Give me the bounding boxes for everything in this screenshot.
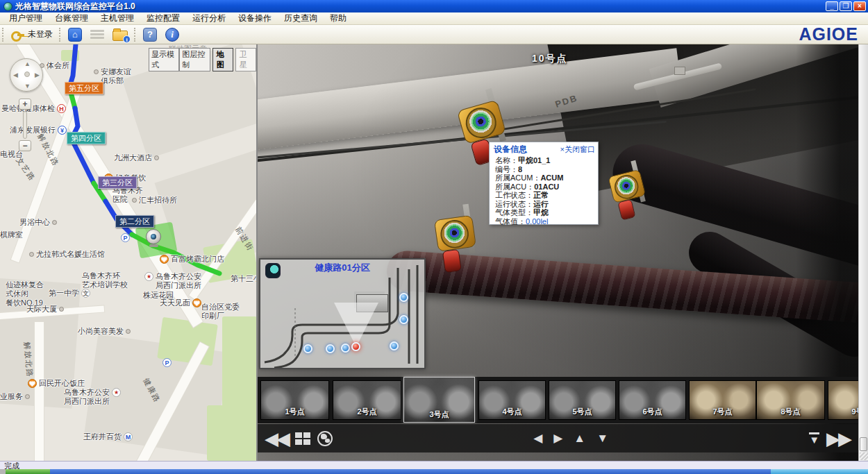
zone-badge[interactable]: 第四分区 [67,132,106,144]
pan-right-icon[interactable]: ▶ [553,432,562,445]
window-title: 光格智慧物联网综合监控平台1.0 [15,1,824,12]
pan-down-icon[interactable]: ▼ [24,83,31,90]
thumbnail[interactable]: 7号点 [689,380,756,420]
thumbnail[interactable]: 5号点 [549,380,616,420]
menu-item[interactable]: 用户管理 [3,12,49,24]
home-button[interactable]: ⌂ [64,26,86,43]
records-button[interactable]: i [108,27,132,42]
map-poi: Ψ百富烤霸北门店 [160,255,224,264]
maximize-button[interactable]: ❐ [840,1,852,11]
schematic-device-dot[interactable] [390,341,399,350]
schematic-view-cone [334,303,378,347]
menu-item[interactable]: 设备操作 [232,12,278,24]
close-button[interactable]: × [853,1,866,11]
tab-map[interactable]: 地图 [212,48,233,71]
globe-icon[interactable] [317,431,333,446]
thumbnail[interactable]: 8号点 [756,380,825,420]
page-first-icon[interactable]: ◀◀ [265,430,288,448]
layer-control-button[interactable]: 图层控制 [179,48,210,71]
pan-center[interactable] [24,71,30,77]
poi-label: 男浴中心 [19,218,50,227]
poi-label: 乌鲁木齐公安局西门派出所 [156,272,201,290]
menu-item[interactable]: 主机管理 [94,12,140,24]
progress-segment-cyan [771,469,868,474]
schematic-active-dot[interactable] [351,342,360,351]
poi-label: 安娜友谊俱乐部 [101,67,131,85]
schematic-device-dot[interactable] [399,315,408,324]
schematic-device-dot[interactable] [341,344,350,353]
pan-up-icon[interactable]: ▲ [574,432,585,445]
minimize-button[interactable]: _ [826,1,838,11]
poi-label: 自治区党委印刷厂 [201,303,240,321]
page-last-icon[interactable]: ▶▶ [826,430,850,448]
schematic-device-dot[interactable] [326,344,335,353]
camera-marker[interactable] [146,229,161,244]
zoom-in-button[interactable]: + [19,99,31,110]
menu-item[interactable]: 台账管理 [49,12,94,24]
login-button[interactable]: 未登录 [7,27,57,42]
popup-close-button[interactable]: ×关闭窗口 [560,144,595,155]
map-poi: 乌鲁木齐环艺术培训学校 [82,271,128,289]
menu-item[interactable]: 历史查询 [278,12,324,24]
map-poi: 九洲大酒店 [114,153,159,162]
gas-detector-marker[interactable] [431,208,483,275]
zone-badge[interactable]: 第二分区 [115,215,154,228]
food-icon: Ψ [28,379,37,388]
police-icon: ★ [112,388,121,397]
map-tools: 显示模式 图层控制 地图 卫星 [149,48,256,71]
popup-title: 设备信息 [494,144,527,155]
map-poi: 第十三小 [231,274,257,283]
scrollbar-thumb[interactable] [860,437,867,451]
help-button[interactable]: ? [139,26,161,43]
collapse-strip-icon[interactable]: ▼ [809,432,819,445]
menu-item[interactable]: 运行分析 [186,12,232,24]
pan-right-icon[interactable]: ▶ [35,71,40,78]
device-info-row: 编号：8 [495,165,598,174]
thumbnail[interactable]: 2号点 [333,380,401,420]
pan-left-icon[interactable]: ◀ [13,71,18,78]
map-pan-control[interactable]: ▲ ▼ ◀ ▶ [10,58,43,92]
help-icon: ? [143,28,157,42]
zone-badge[interactable]: 第五分区 [65,82,103,94]
zone-schematic-inset[interactable]: 健康路01分区 [259,258,426,369]
pan-left-icon[interactable]: ◀ [533,432,542,445]
menu-item[interactable]: 监控配置 [140,12,186,24]
map-poi: 天际大厦 [26,305,64,314]
poi-label: 浦东发展银行 [10,126,56,135]
pan-up-icon[interactable]: ▲ [24,60,31,67]
zone-badge[interactable]: 第三分区 [98,176,137,189]
thumbnail-label: 7号点 [690,407,756,417]
thumbnail[interactable]: 6号点 [619,380,686,420]
progress-segment-blue [50,469,771,474]
thumbnail[interactable]: 9号点 [828,380,858,420]
vertical-scrollbar[interactable] [858,44,868,461]
zoom-out-button[interactable]: − [19,140,31,151]
thumbnail[interactable]: 4号点 [478,380,546,420]
poi-label: 小尚美容美发 [78,327,124,336]
schematic-device-dot[interactable] [303,344,312,353]
map-poi: 乌鲁木齐公安局西门派出所★ [64,388,121,406]
thumbnail[interactable]: 1号点 [260,380,329,420]
poi-label: 汇丰招待所 [139,196,177,205]
menu-item[interactable]: 帮助 [324,12,353,24]
map-poi: 汇丰招待所 [132,196,177,205]
map-poi: Ψ回民开心饭庄 [28,379,85,388]
zoom-slider[interactable] [23,111,27,139]
map-panel[interactable]: 第五分区第四分区第三分区第二分区 联动图示意体会所安娜友谊俱乐部曼哈顿健康体检H… [0,44,257,461]
title-bar: 光格智慧物联网综合监控平台1.0 _ ❐ × [0,0,868,12]
thumbnail[interactable]: 3号点 [403,377,475,423]
pan-down-icon[interactable]: ▼ [596,432,608,445]
dot-icon [126,329,131,334]
tab-satellite[interactable]: 卫星 [235,48,256,71]
folder-icon: i [112,31,128,41]
about-button[interactable]: i [161,26,183,43]
display-mode-button[interactable]: 显示模式 [149,48,179,71]
menu-bar: 用户管理台账管理主机管理监控配置运行分析设备操作历史查询帮助 [0,12,868,25]
poi-label: 天天见面 [160,298,190,307]
schematic-device-dot[interactable] [399,293,408,302]
grid-view-icon[interactable] [295,432,310,445]
panorama-viewer[interactable]: 10号点 PDB 设备信息 ×关闭窗口 名称：甲烷01_1编号：8所属ACUM：… [258,44,858,461]
login-label: 未登录 [28,28,53,40]
poi-label: 王府井百货 [83,432,122,441]
thumbnail-label: 3号点 [404,409,474,420]
